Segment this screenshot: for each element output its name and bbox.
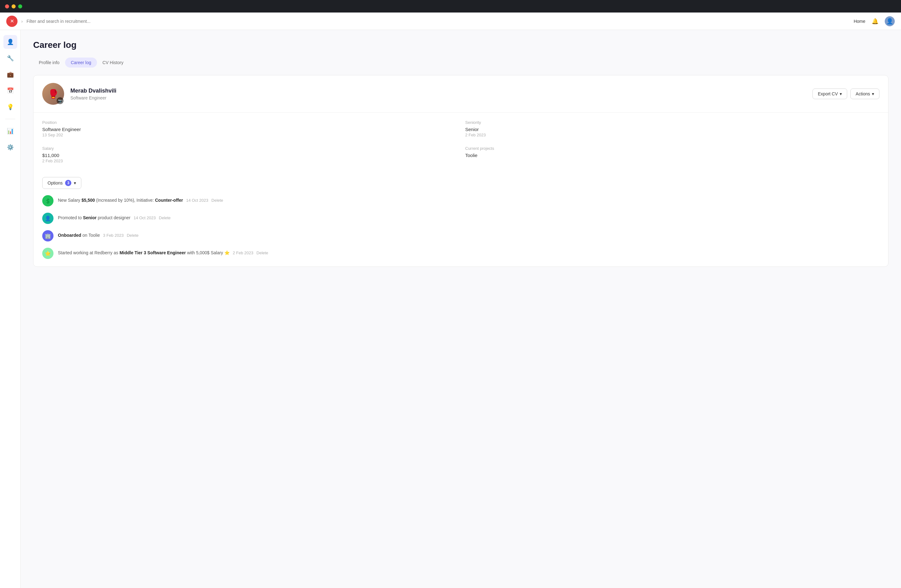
timeline-item: 🏢 Onboarded on Toolie 3 Feb 2023 Delete <box>42 230 879 241</box>
tab-profile-info[interactable]: Profile info <box>33 58 65 68</box>
timeline-text: Onboarded on Toolie <box>58 232 100 239</box>
timeline-item-content: Started working at Redberry as Middle Ti… <box>58 248 879 256</box>
tab-cv-history[interactable]: CV History <box>97 58 129 68</box>
delete-button[interactable]: Delete <box>159 216 171 220</box>
delete-button[interactable]: Delete <box>257 250 268 255</box>
career-info-section: Position Software Engineer 13 Sep 202 Se… <box>33 112 888 171</box>
timeline-text: Started working at Redberry as Middle Ti… <box>58 250 230 256</box>
timeline-date: 14 Oct 2023 <box>186 198 208 203</box>
user-avatar[interactable]: 👤 <box>885 16 895 26</box>
salary-icon: 💲 <box>42 195 53 207</box>
page-title: Career log <box>33 40 889 50</box>
projects-value: Toolie <box>465 152 879 158</box>
timeline-text: Promoted to Senior product designer <box>58 215 131 221</box>
profile-card: 🥊 📷 Merab Dvalishvili Software Engineer … <box>33 75 889 267</box>
profile-info-text: Merab Dvalishvili Software Engineer <box>70 87 806 100</box>
position-date: 13 Sep 202 <box>42 132 457 137</box>
timeline-date: 2 Feb 2023 <box>233 250 253 255</box>
chevron-down-icon: ▾ <box>74 180 76 185</box>
tools-icon: 🔧 <box>7 55 14 62</box>
delete-button[interactable]: Delete <box>212 198 223 203</box>
salary-date: 2 Feb 2023 <box>42 159 457 163</box>
seniority-label: Seniority <box>465 120 879 125</box>
actions-button[interactable]: Actions ▾ <box>850 89 879 99</box>
profile-actions: Export CV ▾ Actions ▾ <box>812 89 879 99</box>
settings-icon: ⚙️ <box>7 144 14 151</box>
traffic-light-red[interactable] <box>5 5 9 8</box>
chevron-down-icon: ▾ <box>872 91 874 96</box>
sidebar-item-bulb[interactable]: 💡 <box>3 100 17 114</box>
bag-icon: 💼 <box>7 71 14 78</box>
promotion-icon: 👤 <box>42 213 53 224</box>
nav-chevron-icon[interactable]: › <box>21 19 23 24</box>
onboard-icon: 🏢 <box>42 230 53 241</box>
sidebar-item-tools[interactable]: 🔧 <box>3 51 17 65</box>
content-area: Career log Profile info Career log CV Hi… <box>21 30 901 588</box>
nav-right: Home 🔔 👤 <box>854 16 895 26</box>
delete-button[interactable]: Delete <box>127 233 139 238</box>
profile-role: Software Engineer <box>70 95 806 100</box>
sidebar: 👤 🔧 💼 📅 💡 📊 ⚙️ <box>0 30 21 588</box>
seniority-row: Seniority Senior 2 Feb 2023 <box>465 120 879 137</box>
info-grid: Position Software Engineer 13 Sep 202 Se… <box>42 120 879 163</box>
chart-icon: 📊 <box>7 128 14 134</box>
timeline-text: New Salary $5,500 (Increased by 10%), In… <box>58 197 183 204</box>
timeline-item: 👤 Promoted to Senior product designer 14… <box>42 213 879 224</box>
timeline-item: ⭐ Started working at Redberry as Middle … <box>42 248 879 259</box>
timeline-inline-row: Started working at Redberry as Middle Ti… <box>58 250 879 256</box>
notification-bell-icon[interactable]: 🔔 <box>871 18 878 25</box>
bulb-icon: 💡 <box>7 104 14 110</box>
position-row: Position Software Engineer 13 Sep 202 <box>42 120 457 137</box>
seniority-value: Senior <box>465 127 879 132</box>
profile-section: 🥊 📷 Merab Dvalishvili Software Engineer … <box>33 75 888 112</box>
timeline-item: 💲 New Salary $5,500 (Increased by 10%), … <box>42 195 879 207</box>
avatar-camera-icon[interactable]: 📷 <box>57 97 64 104</box>
position-label: Position <box>42 120 457 125</box>
position-value: Software Engineer <box>42 127 457 132</box>
search-input[interactable] <box>26 19 850 24</box>
sidebar-item-chart[interactable]: 📊 <box>3 124 17 138</box>
salary-row: Salary $11,000 2 Feb 2023 <box>42 146 457 163</box>
export-cv-button[interactable]: Export CV ▾ <box>812 89 847 99</box>
sidebar-item-people[interactable]: 👤 <box>3 35 17 49</box>
timeline-inline-row: Onboarded on Toolie 3 Feb 2023 Delete <box>58 232 879 239</box>
seniority-date: 2 Feb 2023 <box>465 132 879 137</box>
tabs-bar: Profile info Career log CV History <box>33 58 889 68</box>
traffic-light-green[interactable] <box>18 5 22 8</box>
timeline-date: 3 Feb 2023 <box>103 233 123 238</box>
profile-avatar-wrap: 🥊 📷 <box>42 83 64 105</box>
profile-name: Merab Dvalishvili <box>70 87 806 94</box>
start-icon: ⭐ <box>42 248 53 259</box>
timeline-item-content: Promoted to Senior product designer 14 O… <box>58 213 879 221</box>
projects-label: Current projects <box>465 146 879 151</box>
options-label: Options <box>48 180 62 185</box>
salary-label: Salary <box>42 146 457 151</box>
logo-button[interactable]: ✕ <box>6 16 17 27</box>
options-button[interactable]: Options 3 ▾ <box>42 177 81 189</box>
home-link[interactable]: Home <box>854 19 865 24</box>
tab-career-log[interactable]: Career log <box>65 58 97 68</box>
timeline-date: 14 Oct 2023 <box>134 216 156 220</box>
calendar-icon: 📅 <box>7 87 14 94</box>
options-count-badge: 3 <box>65 180 71 186</box>
sidebar-divider <box>5 119 15 119</box>
traffic-light-yellow[interactable] <box>12 5 16 8</box>
topnav: ✕ › Home 🔔 👤 <box>0 12 901 30</box>
options-row: Options 3 ▾ <box>33 171 888 193</box>
timeline-item-content: Onboarded on Toolie 3 Feb 2023 Delete <box>58 230 879 239</box>
timeline: 💲 New Salary $5,500 (Increased by 10%), … <box>33 193 888 266</box>
timeline-inline-row: New Salary $5,500 (Increased by 10%), In… <box>58 197 879 204</box>
timeline-item-content: New Salary $5,500 (Increased by 10%), In… <box>58 195 879 204</box>
timeline-inline-row: Promoted to Senior product designer 14 O… <box>58 215 879 221</box>
sidebar-item-settings[interactable]: ⚙️ <box>3 140 17 154</box>
salary-value: $11,000 <box>42 152 457 158</box>
chevron-down-icon: ▾ <box>840 91 842 96</box>
sidebar-item-bag[interactable]: 💼 <box>3 68 17 81</box>
main-layout: 👤 🔧 💼 📅 💡 📊 ⚙️ Career log Profile info C… <box>0 30 901 588</box>
sidebar-item-calendar[interactable]: 📅 <box>3 84 17 98</box>
projects-row: Current projects Toolie <box>465 146 879 163</box>
titlebar <box>0 0 901 12</box>
people-icon: 👤 <box>7 39 14 45</box>
